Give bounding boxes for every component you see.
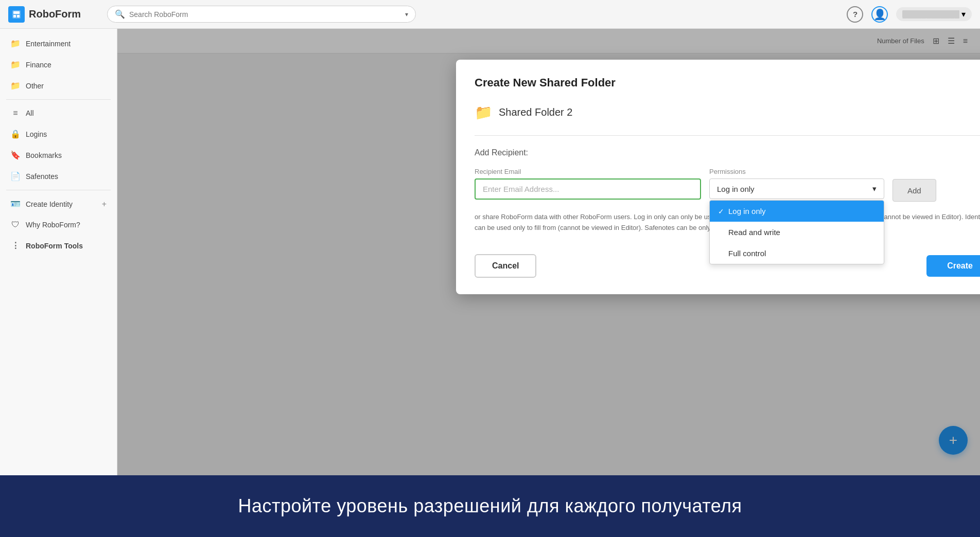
sidebar-item-finance[interactable]: 📁 Finance (2, 55, 115, 75)
permissions-label: Permissions (709, 168, 884, 175)
folder-name-text: Shared Folder 2 (499, 106, 572, 118)
folder-icon: 📁 (10, 60, 21, 69)
folder-icon: 📁 (10, 81, 21, 91)
safenotes-icon: 📄 (10, 171, 21, 181)
user-area[interactable]: ████████████ ▾ (896, 7, 972, 21)
permissions-selected-value: Log in only (717, 185, 755, 193)
user-dropdown-arrow[interactable]: ▾ (961, 9, 966, 19)
help-icon[interactable]: ? (847, 6, 863, 23)
sidebar-item-label: Entertainment (26, 40, 71, 48)
content-area: Number of Files ⊞ ☰ ≡ 124 Create New Sha… (117, 29, 980, 475)
modal-divider (475, 135, 980, 136)
user-profile-icon[interactable]: 👤 (871, 6, 888, 23)
topbar: RoboForm 🔍 ▾ ? 👤 ████████████ ▾ (0, 0, 980, 29)
dropdown-item-full-control[interactable]: ✓ Full control (710, 243, 884, 264)
user-name: ████████████ (902, 10, 959, 18)
svg-rect-1 (13, 11, 20, 14)
form-row: Recipient Email Permissions Log in only … (475, 168, 980, 202)
create-button[interactable]: Create (926, 255, 980, 277)
sidebar-item-label: Bookmarks (26, 151, 62, 159)
search-bar[interactable]: 🔍 ▾ (107, 6, 416, 23)
checkmark-icon: ✓ (718, 207, 724, 216)
dropdown-item-label: Log in only (728, 207, 766, 216)
tools-icon: ⋮ (10, 241, 21, 250)
email-input[interactable] (475, 178, 701, 200)
permissions-form-group: Permissions Log in only ▾ ✓ Log in only (709, 168, 884, 199)
topbar-right: ? 👤 ████████████ ▾ (847, 6, 972, 23)
shield-icon: 🛡 (10, 220, 21, 229)
folder-name-row: 📁 Shared Folder 2 (475, 104, 980, 121)
sidebar: 📁 Entertainment 📁 Finance 📁 Other ≡ All … (0, 29, 117, 475)
create-shared-folder-modal: Create New Shared Folder × 📁 Shared Fold… (456, 60, 980, 294)
dropdown-item-log-in-only[interactable]: ✓ Log in only (710, 201, 884, 222)
logo-text: RoboForm (29, 8, 81, 20)
banner-text: Настройте уровень разрешений для каждого… (238, 495, 742, 517)
permissions-dropdown: ✓ Log in only ✓ Read and write ✓ Full co… (709, 200, 884, 264)
logo-area: RoboForm (8, 6, 101, 23)
sidebar-item-safenotes[interactable]: 📄 Safenotes (2, 166, 115, 186)
sidebar-item-label: RoboForm Tools (26, 242, 83, 250)
recipient-email-label: Recipient Email (475, 168, 701, 175)
sidebar-item-label: Safenotes (26, 172, 58, 181)
search-dropdown-arrow[interactable]: ▾ (405, 11, 408, 18)
dropdown-item-label: Full control (728, 249, 766, 258)
plus-icon[interactable]: + (102, 200, 107, 209)
sidebar-item-why-roboform[interactable]: 🛡 Why RoboForm? (2, 215, 115, 235)
folder-icon: 📁 (10, 39, 21, 48)
search-input[interactable] (129, 10, 401, 19)
sidebar-item-label: Finance (26, 61, 51, 69)
sidebar-item-other[interactable]: 📁 Other (2, 76, 115, 96)
sidebar-divider-2 (6, 190, 111, 190)
main-area: 📁 Entertainment 📁 Finance 📁 Other ≡ All … (0, 29, 980, 475)
sidebar-item-bookmarks[interactable]: 🔖 Bookmarks (2, 145, 115, 165)
dropdown-item-read-and-write[interactable]: ✓ Read and write (710, 222, 884, 243)
sidebar-item-create-identity[interactable]: 🪪 Create Identity + (2, 194, 115, 214)
identity-icon: 🪪 (10, 199, 21, 209)
permissions-select[interactable]: Log in only ▾ (709, 178, 884, 199)
sidebar-item-label: Create Identity (26, 200, 73, 208)
svg-rect-2 (13, 15, 16, 17)
sidebar-divider-1 (6, 99, 111, 100)
search-icon: 🔍 (115, 9, 125, 19)
lock-icon: 🔒 (10, 129, 21, 139)
bottom-banner: Настройте уровень разрешений для каждого… (0, 475, 980, 537)
dropdown-item-label: Read and write (728, 228, 780, 237)
modal-title: Create New Shared Folder (475, 76, 616, 90)
email-form-group: Recipient Email (475, 168, 701, 200)
add-recipient-label: Add Recipient: (475, 148, 980, 157)
sidebar-item-roboform-tools[interactable]: ⋮ RoboForm Tools (2, 236, 115, 256)
modal-header: Create New Shared Folder × (475, 76, 980, 90)
cancel-button[interactable]: Cancel (475, 254, 536, 278)
sidebar-item-logins[interactable]: 🔒 Logins (2, 124, 115, 144)
sidebar-item-label: All (26, 109, 34, 117)
sidebar-item-label: Other (26, 82, 44, 90)
sidebar-item-label: Logins (26, 130, 47, 138)
permissions-dropdown-arrow: ▾ (872, 184, 877, 193)
bookmark-icon: 🔖 (10, 150, 21, 160)
sidebar-item-label: Why RoboForm? (26, 221, 80, 229)
sidebar-item-entertainment[interactable]: 📁 Entertainment (2, 33, 115, 53)
all-icon: ≡ (10, 109, 21, 118)
add-button[interactable]: Add (892, 179, 936, 202)
roboform-logo-icon (8, 6, 25, 23)
svg-rect-3 (17, 15, 20, 17)
modal-folder-icon: 📁 (475, 104, 493, 121)
sidebar-item-all[interactable]: ≡ All (2, 103, 115, 123)
